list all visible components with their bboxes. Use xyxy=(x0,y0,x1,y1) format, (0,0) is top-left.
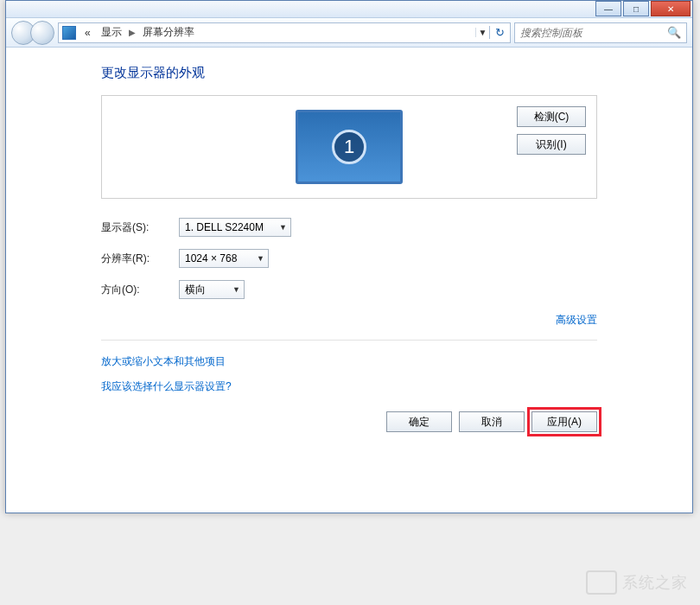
title-bar: — □ ✕ xyxy=(6,1,692,18)
search-box[interactable]: 🔍 xyxy=(514,22,687,43)
display-label: 显示器(S): xyxy=(101,220,179,235)
breadcrumb-resolution[interactable]: 屏幕分辨率 xyxy=(137,25,200,40)
refresh-button[interactable]: ↻ xyxy=(489,26,510,39)
control-panel-icon xyxy=(62,26,76,40)
resolution-select-value: 1024 × 768 xyxy=(185,252,237,264)
chevron-down-icon: ▼ xyxy=(232,285,240,294)
advanced-row: 高级设置 xyxy=(101,311,597,328)
maximize-icon: □ xyxy=(633,4,639,14)
breadcrumb-display[interactable]: 显示 xyxy=(96,25,127,40)
close-icon: ✕ xyxy=(667,4,674,14)
display-select[interactable]: 1. DELL S2240M ▼ xyxy=(179,218,291,237)
watermark-logo-icon xyxy=(586,570,617,595)
search-input[interactable] xyxy=(520,27,667,39)
divider xyxy=(101,340,597,341)
nav-bar: « 显示 ▶ 屏幕分辨率 ▼ ↻ 🔍 xyxy=(6,18,692,48)
control-panel-window: — □ ✕ « 显示 ▶ 屏幕分辨率 ▼ ↻ 🔍 更改显示器的外观 xyxy=(5,0,693,513)
display-select-value: 1. DELL S2240M xyxy=(185,221,264,233)
advanced-settings-link[interactable]: 高级设置 xyxy=(556,314,597,326)
chevron-down-icon: ▼ xyxy=(479,28,487,37)
page-title: 更改显示器的外观 xyxy=(101,65,597,81)
refresh-icon: ↻ xyxy=(495,26,505,39)
identify-button[interactable]: 识别(I) xyxy=(517,134,586,155)
address-dropdown-button[interactable]: ▼ xyxy=(475,28,489,37)
address-bar[interactable]: « 显示 ▶ 屏幕分辨率 ▼ ↻ xyxy=(58,22,511,43)
close-button[interactable]: ✕ xyxy=(651,1,690,16)
monitor-number-badge: 1 xyxy=(332,130,366,164)
panel-side-buttons: 检测(C) 识别(I) xyxy=(517,106,586,155)
text-size-link[interactable]: 放大或缩小文本和其他项目 xyxy=(101,355,226,367)
forward-button[interactable] xyxy=(30,21,54,45)
orientation-select-value: 横向 xyxy=(185,283,206,297)
minimize-button[interactable]: — xyxy=(595,1,621,16)
apply-button[interactable]: 应用(A) xyxy=(531,411,597,432)
orientation-label: 方向(O): xyxy=(101,283,179,297)
resolution-row: 分辨率(R): 1024 × 768 ▼ xyxy=(101,249,597,268)
orientation-row: 方向(O): 横向 ▼ xyxy=(101,280,597,299)
help-links: 放大或缩小文本和其他项目 我应该选择什么显示器设置? xyxy=(101,353,597,394)
chevron-down-icon: ▼ xyxy=(257,254,264,263)
footer-buttons: 确定 取消 应用(A) xyxy=(101,411,597,432)
resolution-label: 分辨率(R): xyxy=(101,252,179,266)
search-icon: 🔍 xyxy=(667,26,681,39)
nav-buttons xyxy=(11,21,54,45)
ok-button[interactable]: 确定 xyxy=(386,411,452,432)
window-controls: — □ ✕ xyxy=(595,1,692,17)
watermark: 系统之家 xyxy=(586,570,688,595)
main-content: 更改显示器的外观 1 检测(C) 识别(I) 显示器(S): 1. DELL S… xyxy=(6,48,692,446)
settings-form: 显示器(S): 1. DELL S2240M ▼ 分辨率(R): 1024 × … xyxy=(101,218,597,299)
monitor-thumbnail[interactable]: 1 xyxy=(296,110,403,184)
cancel-button[interactable]: 取消 xyxy=(459,411,525,432)
chevron-right-icon: ▶ xyxy=(127,28,137,37)
breadcrumb-prefix: « xyxy=(80,27,96,39)
maximize-button[interactable]: □ xyxy=(623,1,649,16)
orientation-select[interactable]: 横向 ▼ xyxy=(179,280,245,299)
watermark-text: 系统之家 xyxy=(622,572,688,593)
display-row: 显示器(S): 1. DELL S2240M ▼ xyxy=(101,218,597,237)
which-monitor-link[interactable]: 我应该选择什么显示器设置? xyxy=(101,380,232,392)
detect-button[interactable]: 检测(C) xyxy=(517,106,586,127)
resolution-select[interactable]: 1024 × 768 ▼ xyxy=(179,249,269,268)
chevron-down-icon: ▼ xyxy=(279,223,287,232)
minimize-icon: — xyxy=(604,4,613,14)
monitor-preview-panel: 1 检测(C) 识别(I) xyxy=(101,95,597,199)
